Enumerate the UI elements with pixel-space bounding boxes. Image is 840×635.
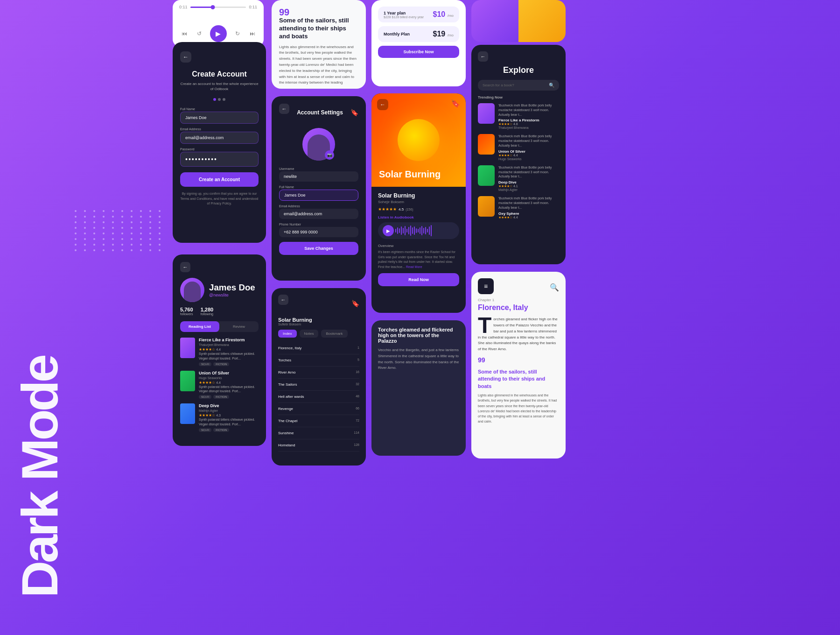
following-stat: 1,280 following [201,307,214,316]
profile-book-item-2: Union Of Silver Hugo Seaworks ★★★★☆ 4.4 … [180,371,259,399]
full-name-input[interactable]: James Doe [180,112,259,124]
search-placeholder: Search for a book? [483,83,546,87]
trending-quote-1: 'Bushwick meh Blue Bottle pork belly mus… [498,103,559,117]
tab-review[interactable]: Review [219,321,259,332]
email-label: Email Address [180,127,259,131]
trending-stars-3: ★★★★☆ 4.1 [498,184,559,188]
trending-title-2: Union Of Silver [498,149,559,154]
wave-bar [401,226,402,235]
full-name-input-settings[interactable]: James Doe [279,190,358,201]
year-plan-price: $10 [433,10,446,18]
settings-back-button[interactable]: ← [279,104,289,114]
phone-input[interactable]: +62 888 999 0000 [279,227,358,237]
solar-reading-back-button[interactable]: ← [278,295,288,305]
toc-page-chapel: 72 [356,419,359,423]
forward-button[interactable]: ↻ [233,29,242,38]
chapter-first-letter: T [478,317,491,334]
profile-book-item-3: Deep Dive Mathijn Agter ★★★★☆ 4.3 Synth … [180,403,259,432]
book-cover-bookmark-icon[interactable]: 🔖 [451,99,460,108]
email-input[interactable]: email@address.com [180,132,259,144]
progress-bar-track[interactable] [190,7,246,8]
solar-reading-bookmark-icon[interactable]: 🔖 [351,300,359,307]
chapter-search-icon[interactable]: 🔍 [550,283,559,292]
following-count: 1,280 [201,307,214,312]
toc-item-hell[interactable]: Hell after wards 48 [278,391,359,403]
stars-2: ★★★★☆ 4.4 [199,381,259,385]
toc-chapter-hell: Hell after wards [278,395,304,399]
book-detail-card: 99 Some of the sailors, still attending … [272,0,366,89]
skip-next-button[interactable]: ⏭ [248,29,257,38]
book-author-3: Mathijn Agter [199,409,259,412]
tab-index[interactable]: Index [278,330,297,338]
time-start: 0:11 [179,5,188,9]
play-button[interactable]: ▶ [210,25,227,42]
profile-info: James Doe @newslite [209,282,255,297]
toc-item-sunshine[interactable]: Sunshine 114 [278,427,359,439]
monthly-plan-price: $19 [433,30,446,38]
wave-bar [408,227,409,234]
music-player-card: 0:11 0:11 ⏮ ↺ ▶ ↻ ⏭ [173,0,264,47]
toc-item-homeland[interactable]: Homeland 128 [278,439,359,452]
book-thumb-3 [180,403,195,424]
book-title-1: Fierce Like a Firestorm [199,338,259,342]
explore-back-button[interactable]: ← [478,51,488,62]
solar-reading-book-title: Solar Burning [278,317,359,323]
chapter-quote: Some of the sailors, still attending to … [478,368,559,390]
toc-item-riverarno[interactable]: River Arno 16 [278,367,359,379]
read-more-link[interactable]: Read More [406,265,422,268]
dot-1 [213,98,216,101]
waveform-play-button[interactable]: ▶ [383,225,394,236]
genre-sci-fi-3: SCI-FI [199,428,211,432]
toc-item-revenge[interactable]: Revenge 66 [278,403,359,415]
toc-item-torches[interactable]: Torches 5 [278,354,359,367]
book-cover-back-button[interactable]: ← [377,99,388,110]
solar-reading-author: Sufletir Boksem [278,323,359,326]
explore-title: Explore [478,65,559,75]
wave-bar [421,226,422,235]
audiobook-label[interactable]: Listen in Audiobook [378,215,459,219]
create-account-back-button[interactable]: ← [180,51,191,63]
trending-info-4: 'Bushwick meh Blue Bottle pork belly mus… [498,196,559,219]
book-cover-container: ← 🔖 Solar Burning [371,93,466,187]
year-plan-per: /mo [448,14,454,18]
username-value[interactable]: newlite [279,171,358,182]
search-icon: 🔍 [549,83,554,88]
profile-back-button[interactable]: ← [180,262,190,272]
genre-tags-3: SCI-FI FICTION [199,428,259,432]
toc-item-chapel[interactable]: The Chapel 72 [278,415,359,427]
tab-bookmark[interactable]: Bookmark [321,330,347,338]
chapter-header: ≡ 🔍 [478,278,559,296]
solar-stars: ★★★★★ [378,207,397,212]
email-input-settings[interactable]: email@address.com [279,209,358,219]
trending-info-2: 'Bushwick meh Blue Bottle pork belly mus… [498,134,559,160]
dot-3 [223,98,225,101]
toc-page-torches: 5 [357,358,359,362]
solar-title: Solar Burning [378,192,459,199]
search-bar[interactable]: Search for a book? 🔍 [478,80,559,91]
toc-item-florence[interactable]: Florence, Italy 1 [278,342,359,354]
trending-item-2: 'Bushwick meh Blue Bottle pork belly mus… [478,134,559,160]
replay-button[interactable]: ↺ [195,29,203,38]
monthly-plan: Monthly Plan $19 /mo [378,26,459,42]
wave-bar [425,227,426,234]
toc-item-sailors[interactable]: The Sailors 32 [278,379,359,391]
explore-card: ← Explore Search for a book? 🔍 Trending … [471,45,566,264]
toc-page-florence: 1 [357,346,359,350]
password-input[interactable]: •••••••••• [180,152,259,167]
profile-book-item: Fierce Like a Firestorm Thalurjeet Bherw… [180,338,259,366]
camera-icon[interactable]: 📷 [325,150,334,160]
wave-bar [427,229,428,233]
torches-title: Torches gleamed and flickered high on th… [378,327,459,344]
tab-notes[interactable]: Notes [300,330,319,338]
create-account-button[interactable]: Create an Account [180,172,259,187]
tab-reading-list[interactable]: Reading List [180,321,219,332]
trending-quote-3: 'Bushwick meh Blue Bottle pork belly mus… [498,165,559,179]
subscribe-button[interactable]: Subscribe Now [378,46,459,58]
player-controls: ⏮ ↺ ▶ ↻ ⏭ [179,25,257,42]
trending-title-4: Oxy Sphere [498,212,559,216]
skip-back-button[interactable]: ⏮ [180,29,189,38]
read-now-button[interactable]: Read Now [378,273,459,286]
bookmark-icon[interactable]: 🔖 [350,109,358,116]
solar-reading-card: ← 🔖 Solar Burning Sufletir Boksem Index … [272,288,366,466]
save-changes-button[interactable]: Save Changes [279,242,358,255]
